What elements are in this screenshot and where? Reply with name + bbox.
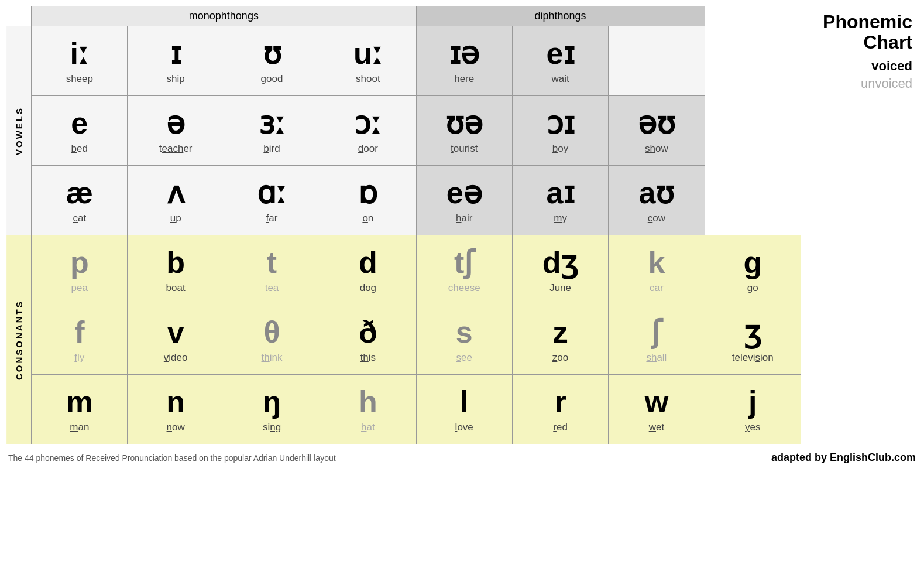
example-n: now — [167, 422, 185, 433]
symbol-ʌ: ʌ — [167, 176, 185, 210]
cell-eɪ: eɪ wait — [512, 26, 608, 96]
symbol-ŋ: ŋ — [263, 385, 281, 419]
cell-ɔɪ: ɔɪ boy — [512, 96, 608, 166]
legend-area: PhonemicChart voiced unvoiced — [801, 6, 918, 444]
chart-title: PhonemicChart — [823, 12, 912, 53]
example-əʊ: show — [645, 143, 668, 155]
symbol-ɔɪ: ɔɪ — [547, 107, 575, 140]
footer: The 44 phonemes of Received Pronunciatio… — [6, 452, 918, 464]
example-f: fly — [74, 352, 84, 364]
legend-voiced: voiced — [871, 59, 912, 74]
header-row: monophthongs diphthongs — [6, 6, 801, 26]
example-k: car — [650, 282, 664, 294]
chart-area: monophthongs diphthongs VOWELS iː sheep — [6, 6, 801, 444]
example-iː: sheep — [66, 73, 93, 85]
consonant-row-1: CONSONANTS p pea b boat — [6, 235, 801, 305]
example-r: red — [553, 422, 568, 433]
cell-r: r red — [512, 375, 608, 444]
symbol-w: w — [645, 385, 668, 419]
example-l: love — [455, 422, 473, 433]
example-ɔː: door — [358, 143, 378, 155]
symbol-əʊ: əʊ — [638, 107, 675, 140]
cell-ɑː: ɑː far — [224, 166, 320, 235]
footer-prefix: adapted by — [771, 452, 830, 463]
symbol-n: n — [166, 385, 185, 419]
symbol-uː: uː — [353, 37, 383, 70]
symbol-g: g — [743, 246, 762, 279]
example-h: hat — [361, 422, 375, 433]
example-θ: think — [262, 352, 283, 364]
cell-ɒ: ɒ on — [320, 166, 416, 235]
cell-ɪ: ɪ ship — [128, 26, 224, 96]
symbol-ʃ: ʃ — [651, 316, 661, 349]
example-z: zoo — [552, 352, 568, 364]
symbol-dʒ: dʒ — [542, 246, 579, 279]
vowel-row-2: e bed ə teacher ɜː — [6, 96, 801, 166]
example-v: video — [164, 352, 188, 364]
symbol-j: j — [748, 385, 757, 419]
symbol-r: r — [554, 385, 566, 419]
symbol-f: f — [74, 316, 84, 349]
cell-tʃ: tʃ cheese — [416, 235, 512, 305]
consonant-row-2: f fly v video θ — [6, 305, 801, 375]
example-aʊ: cow — [648, 213, 665, 224]
symbol-æ: æ — [66, 176, 93, 210]
cell-t: t tea — [224, 235, 320, 305]
symbol-p: p — [70, 246, 89, 279]
example-tʃ: cheese — [448, 282, 480, 294]
example-eɪ: wait — [551, 73, 569, 85]
example-b: boat — [166, 282, 186, 294]
vowel-row-1: VOWELS iː sheep ɪ ship — [6, 26, 801, 96]
symbol-ʊə: ʊə — [445, 107, 483, 140]
symbol-ɪ: ɪ — [170, 37, 181, 70]
diphthongs-header: diphthongs — [416, 6, 705, 26]
cell-ə: ə teacher — [128, 96, 224, 166]
corner-cell — [6, 6, 32, 26]
cell-eə: eə hair — [416, 166, 512, 235]
example-d: dog — [360, 282, 376, 294]
example-ʊə: tourist — [451, 143, 478, 155]
example-p: pea — [71, 282, 88, 294]
example-ɜː: bird — [263, 143, 280, 155]
cell-ɪə: ɪə here — [416, 26, 512, 96]
page-wrapper: monophthongs diphthongs VOWELS iː sheep — [6, 6, 918, 464]
example-g: go — [747, 282, 758, 294]
example-ŋ: sing — [263, 422, 281, 433]
cell-w: w wet — [609, 375, 705, 444]
cell-e: e bed — [32, 96, 128, 166]
cell-h: h hat — [320, 375, 416, 444]
cell-ʃ: ʃ shall — [609, 305, 705, 375]
symbol-iː: iː — [70, 37, 89, 70]
symbol-h: h — [359, 385, 377, 419]
cell-ŋ: ŋ sing — [224, 375, 320, 444]
monophthongs-header: monophthongs — [32, 6, 416, 26]
example-ɔɪ: boy — [552, 143, 568, 155]
cell-aɪ: aɪ my — [512, 166, 608, 235]
example-s: see — [456, 352, 472, 364]
symbol-ɪə: ɪə — [449, 37, 479, 70]
cell-n: n now — [128, 375, 224, 444]
cell-θ: θ think — [224, 305, 320, 375]
cell-b: b boat — [128, 235, 224, 305]
phonemic-chart: monophthongs diphthongs VOWELS iː sheep — [6, 6, 801, 444]
cell-aʊ: aʊ cow — [609, 166, 705, 235]
example-ð: this — [360, 352, 376, 364]
symbol-eə: eə — [446, 176, 482, 210]
symbol-ʒ: ʒ — [744, 316, 761, 349]
example-e: bed — [71, 143, 88, 155]
example-ɪ: ship — [167, 73, 185, 85]
example-aɪ: my — [554, 213, 567, 224]
symbol-ð: ð — [359, 316, 377, 349]
cell-ð: ð this — [320, 305, 416, 375]
vowel-row-3: æ cat ʌ up ɑː — [6, 166, 801, 235]
cell-ʒ: ʒ television — [705, 305, 801, 375]
cell-ɔː: ɔː door — [320, 96, 416, 166]
symbol-eɪ: eɪ — [547, 37, 575, 70]
legend-unvoiced: unvoiced — [861, 76, 912, 91]
cell-m: m man — [32, 375, 128, 444]
example-t: tea — [265, 282, 279, 294]
cell-ʊə: ʊə tourist — [416, 96, 512, 166]
symbol-aʊ: aʊ — [638, 176, 674, 210]
top-section: monophthongs diphthongs VOWELS iː sheep — [6, 6, 918, 444]
example-w: wet — [649, 422, 664, 433]
